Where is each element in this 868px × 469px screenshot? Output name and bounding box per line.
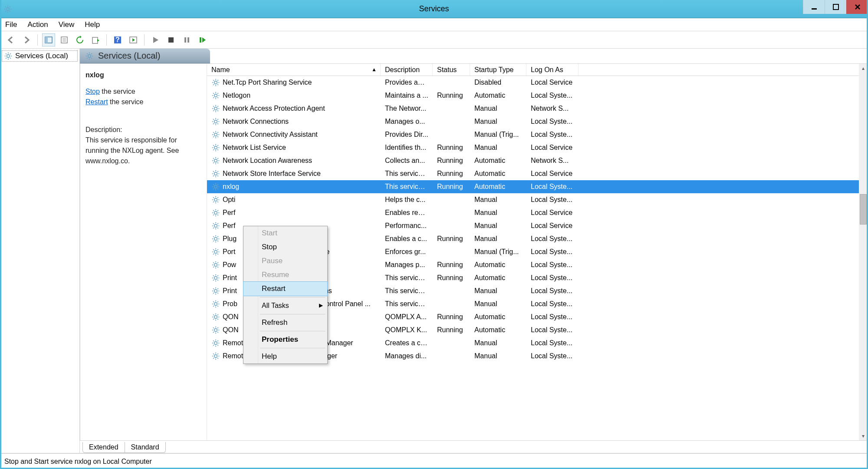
restart-service-button[interactable] bbox=[196, 33, 209, 46]
sort-asc-icon: ▲ bbox=[372, 66, 377, 73]
svg-rect-12 bbox=[187, 37, 189, 43]
header-label: Services (Local) bbox=[98, 51, 160, 61]
service-logon: Local Service bbox=[526, 144, 579, 152]
service-gear-icon bbox=[211, 143, 220, 152]
service-gear-icon bbox=[211, 104, 220, 113]
services-gear-icon bbox=[4, 52, 13, 60]
stop-link[interactable]: Stop bbox=[85, 88, 100, 95]
menu-file[interactable]: File bbox=[5, 20, 17, 29]
tab-extended[interactable]: Extended bbox=[82, 442, 125, 453]
tab-standard[interactable]: Standard bbox=[125, 442, 166, 453]
ctx-help[interactable]: Help bbox=[243, 350, 327, 363]
service-name-text: nxlog bbox=[223, 183, 239, 191]
show-hide-tree-button[interactable] bbox=[42, 33, 55, 46]
ctx-properties[interactable]: Properties bbox=[243, 333, 327, 347]
scroll-up-icon[interactable]: ▴ bbox=[859, 64, 868, 73]
table-row[interactable]: Network Connectivity AssistantProvides D… bbox=[207, 128, 859, 141]
service-name-text: Print bbox=[223, 287, 237, 295]
table-row[interactable]: Network Store Interface ServiceThis serv… bbox=[207, 167, 859, 180]
col-startup-type[interactable]: Startup Type bbox=[470, 64, 526, 76]
table-row[interactable]: Network Access Protection AgentThe Netwo… bbox=[207, 102, 859, 115]
service-logon: Local Syste... bbox=[526, 339, 579, 347]
service-desc: Creates a co... bbox=[381, 339, 433, 347]
forward-button[interactable] bbox=[20, 33, 33, 46]
service-gear-icon bbox=[211, 130, 220, 139]
ctx-refresh[interactable]: Refresh bbox=[243, 316, 327, 330]
service-startup: Automatic bbox=[470, 261, 526, 269]
service-desc: Provides Dir... bbox=[381, 131, 433, 139]
table-row[interactable]: Network Location AwarenessCollects an...… bbox=[207, 154, 859, 167]
service-logon: Local Service bbox=[526, 170, 579, 178]
ctx-all-tasks[interactable]: All Tasks▶ bbox=[243, 299, 327, 313]
service-desc: Enables rem... bbox=[381, 209, 433, 217]
service-desc: Maintains a ... bbox=[381, 92, 433, 99]
menu-action[interactable]: Action bbox=[27, 20, 48, 29]
table-row[interactable]: NetlogonMaintains a ...RunningAutomaticL… bbox=[207, 89, 859, 102]
menu-help[interactable]: Help bbox=[85, 20, 100, 29]
service-desc: Collects an... bbox=[381, 157, 433, 165]
service-startup: Automatic bbox=[470, 92, 526, 99]
start-service-button[interactable] bbox=[149, 33, 162, 46]
service-logon: Local Syste... bbox=[526, 248, 579, 256]
service-status: Running bbox=[433, 144, 470, 152]
table-row[interactable]: OptiHelps the c...ManualLocal Syste... bbox=[207, 193, 859, 206]
menu-view[interactable]: View bbox=[59, 20, 75, 29]
service-desc: Manages di... bbox=[381, 352, 433, 360]
service-name-text: Netlogon bbox=[223, 92, 250, 99]
back-button[interactable] bbox=[4, 33, 17, 46]
service-desc: Provides abi... bbox=[381, 79, 433, 86]
service-status: Running bbox=[433, 274, 470, 282]
service-logon: Local Syste... bbox=[526, 235, 579, 243]
service-desc: Performanc... bbox=[381, 222, 433, 230]
col-log-on-as[interactable]: Log On As bbox=[526, 64, 579, 76]
col-status[interactable]: Status bbox=[433, 64, 470, 76]
tree-pane: Services (Local) bbox=[0, 49, 80, 453]
service-name-text: Network Connectivity Assistant bbox=[223, 131, 318, 139]
service-gear-icon bbox=[211, 300, 220, 308]
service-gear-icon bbox=[211, 117, 220, 126]
scroll-down-icon[interactable]: ▾ bbox=[859, 432, 868, 440]
service-desc: This service ... bbox=[381, 183, 433, 191]
pause-service-button[interactable] bbox=[180, 33, 193, 46]
scroll-thumb[interactable] bbox=[860, 194, 867, 225]
close-button[interactable] bbox=[846, 0, 868, 14]
stop-service-button[interactable] bbox=[164, 33, 178, 46]
properties-button[interactable] bbox=[58, 33, 71, 46]
service-gear-icon bbox=[211, 261, 220, 269]
service-gear-icon bbox=[211, 326, 220, 334]
col-name[interactable]: Name▲ bbox=[207, 64, 381, 76]
table-row[interactable]: Network ConnectionsManages o...ManualLoc… bbox=[207, 115, 859, 128]
service-startup: Manual bbox=[470, 144, 526, 152]
service-logon: Local Syste... bbox=[526, 274, 579, 282]
col-description[interactable]: Description bbox=[381, 64, 433, 76]
minimize-button[interactable] bbox=[803, 0, 825, 14]
service-logon: Local Syste... bbox=[526, 287, 579, 295]
restart-link[interactable]: Restart bbox=[85, 98, 108, 106]
refresh-button[interactable] bbox=[73, 33, 86, 46]
service-startup: Manual bbox=[470, 209, 526, 217]
service-name-text: Network List Service bbox=[223, 144, 286, 152]
service-logon: Network S... bbox=[526, 157, 579, 165]
table-row[interactable]: Network List ServiceIdentifies th...Runn… bbox=[207, 141, 859, 154]
service-gear-icon bbox=[211, 169, 220, 178]
help-button[interactable]: ? bbox=[111, 33, 124, 46]
table-row[interactable]: Net.Tcp Port Sharing ServiceProvides abi… bbox=[207, 76, 859, 89]
service-startup: Automatic bbox=[470, 274, 526, 282]
detail-pane: nxlog Stop the service Restart the servi… bbox=[80, 64, 207, 440]
table-row[interactable]: PerfEnables rem...ManualLocal Service bbox=[207, 206, 859, 219]
service-status: Running bbox=[433, 261, 470, 269]
ctx-stop[interactable]: Stop bbox=[243, 240, 327, 254]
maximize-button[interactable] bbox=[825, 0, 846, 14]
table-row[interactable]: nxlogThis service ...RunningAutomaticLoc… bbox=[207, 180, 859, 193]
vertical-scrollbar[interactable]: ▴ ▾ bbox=[859, 64, 868, 440]
action-pane-button[interactable] bbox=[127, 33, 140, 46]
description-text: This service is responsible for running … bbox=[85, 135, 201, 166]
service-logon: Local Syste... bbox=[526, 92, 579, 99]
service-startup: Manual bbox=[470, 235, 526, 243]
service-name-text: QON bbox=[223, 313, 238, 321]
ctx-restart[interactable]: Restart bbox=[243, 281, 328, 296]
service-status: Running bbox=[433, 183, 470, 191]
service-status: Running bbox=[433, 157, 470, 165]
export-list-button[interactable] bbox=[89, 33, 102, 46]
tree-item-services-local[interactable]: Services (Local) bbox=[2, 50, 78, 62]
